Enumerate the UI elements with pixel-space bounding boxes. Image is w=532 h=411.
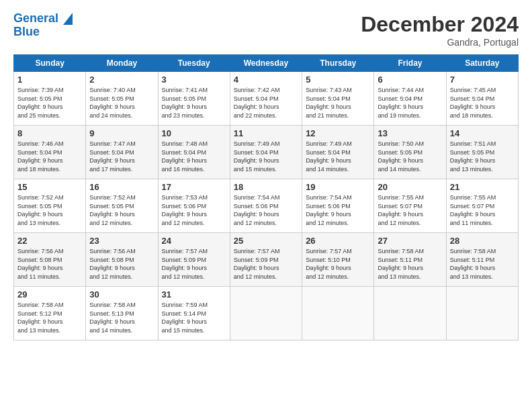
day-info: Sunrise: 7:58 AMSunset: 5:11 PMDaylight:… [378, 247, 442, 281]
day-cell-w5d4 [230, 287, 302, 340]
day-info: Sunrise: 7:49 AMSunset: 5:04 PMDaylight:… [306, 140, 370, 173]
day-info: Sunrise: 7:40 AMSunset: 5:05 PMDaylight:… [89, 86, 154, 120]
week-row-1: 1Sunrise: 7:39 AMSunset: 5:05 PMDaylight… [14, 72, 519, 126]
day-cell-w3d3: 17Sunrise: 7:53 AMSunset: 5:06 PMDayligh… [158, 179, 230, 233]
day-info: Sunrise: 7:53 AMSunset: 5:06 PMDaylight:… [162, 193, 226, 227]
day-cell-w1d7: 7Sunrise: 7:45 AMSunset: 5:04 PMDaylight… [446, 72, 518, 126]
day-number: 1 [17, 75, 82, 85]
day-info: Sunrise: 7:41 AMSunset: 5:05 PMDaylight:… [162, 86, 226, 120]
day-number: 20 [378, 182, 442, 192]
day-number: 26 [306, 236, 370, 246]
day-number: 21 [450, 182, 515, 192]
days-header-row: Sunday Monday Tuesday Wednesday Thursday… [14, 55, 519, 72]
day-info: Sunrise: 7:56 AMSunset: 5:08 PMDaylight:… [17, 247, 82, 281]
header-tuesday: Tuesday [158, 55, 230, 72]
day-number: 17 [162, 182, 226, 192]
day-cell-w4d3: 24Sunrise: 7:57 AMSunset: 5:09 PMDayligh… [158, 233, 230, 287]
header-saturday: Saturday [446, 55, 518, 72]
header-thursday: Thursday [302, 55, 374, 72]
day-number: 23 [89, 236, 154, 246]
day-info: Sunrise: 7:54 AMSunset: 5:06 PMDaylight:… [306, 193, 370, 227]
day-info: Sunrise: 7:58 AMSunset: 5:11 PMDaylight:… [450, 247, 515, 281]
day-info: Sunrise: 7:58 AMSunset: 5:13 PMDaylight:… [89, 301, 154, 334]
day-number: 10 [162, 128, 226, 138]
day-number: 30 [89, 289, 154, 300]
week-row-5: 29Sunrise: 7:58 AMSunset: 5:12 PMDayligh… [14, 287, 519, 340]
day-cell-w2d1: 8Sunrise: 7:46 AMSunset: 5:04 PMDaylight… [14, 126, 86, 179]
logo-text: General [13, 12, 73, 26]
logo: General Blue [13, 12, 73, 39]
day-info: Sunrise: 7:55 AMSunset: 5:07 PMDaylight:… [450, 193, 515, 227]
day-cell-w2d4: 11Sunrise: 7:49 AMSunset: 5:04 PMDayligh… [230, 126, 302, 179]
day-number: 31 [162, 289, 226, 300]
day-info: Sunrise: 7:46 AMSunset: 5:04 PMDaylight:… [17, 140, 82, 173]
day-cell-w4d6: 27Sunrise: 7:58 AMSunset: 5:11 PMDayligh… [374, 233, 446, 287]
day-number: 8 [17, 128, 82, 138]
day-info: Sunrise: 7:49 AMSunset: 5:04 PMDaylight:… [234, 140, 298, 173]
header-monday: Monday [86, 55, 158, 72]
day-cell-w2d7: 14Sunrise: 7:51 AMSunset: 5:05 PMDayligh… [446, 126, 518, 179]
calendar-table: Sunday Monday Tuesday Wednesday Thursday… [13, 54, 519, 340]
day-cell-w5d7 [446, 287, 518, 340]
day-cell-w3d7: 21Sunrise: 7:55 AMSunset: 5:07 PMDayligh… [446, 179, 518, 233]
day-info: Sunrise: 7:45 AMSunset: 5:04 PMDaylight:… [450, 86, 515, 120]
day-number: 22 [17, 236, 82, 246]
day-number: 19 [306, 182, 370, 192]
title-block: December 2024 Gandra, Portugal [361, 12, 519, 48]
day-cell-w3d4: 18Sunrise: 7:54 AMSunset: 5:06 PMDayligh… [230, 179, 302, 233]
day-info: Sunrise: 7:57 AMSunset: 5:09 PMDaylight:… [234, 247, 298, 281]
day-cell-w4d1: 22Sunrise: 7:56 AMSunset: 5:08 PMDayligh… [14, 233, 86, 287]
day-number: 5 [306, 75, 370, 85]
day-info: Sunrise: 7:59 AMSunset: 5:14 PMDaylight:… [162, 301, 226, 334]
day-number: 13 [378, 128, 442, 138]
day-number: 6 [378, 75, 442, 85]
day-cell-w5d3: 31Sunrise: 7:59 AMSunset: 5:14 PMDayligh… [158, 287, 230, 340]
day-cell-w1d5: 5Sunrise: 7:43 AMSunset: 5:04 PMDaylight… [302, 72, 374, 126]
logo-blue: Blue [13, 26, 73, 39]
header-friday: Friday [374, 55, 446, 72]
day-info: Sunrise: 7:56 AMSunset: 5:08 PMDaylight:… [89, 247, 154, 281]
day-cell-w3d6: 20Sunrise: 7:55 AMSunset: 5:07 PMDayligh… [374, 179, 446, 233]
day-cell-w5d2: 30Sunrise: 7:58 AMSunset: 5:13 PMDayligh… [86, 287, 158, 340]
day-cell-w4d7: 28Sunrise: 7:58 AMSunset: 5:11 PMDayligh… [446, 233, 518, 287]
day-cell-w3d1: 15Sunrise: 7:52 AMSunset: 5:05 PMDayligh… [14, 179, 86, 233]
day-cell-w2d3: 10Sunrise: 7:48 AMSunset: 5:04 PMDayligh… [158, 126, 230, 179]
day-cell-w1d3: 3Sunrise: 7:41 AMSunset: 5:05 PMDaylight… [158, 72, 230, 126]
day-number: 2 [89, 75, 154, 85]
day-cell-w2d2: 9Sunrise: 7:47 AMSunset: 5:04 PMDaylight… [86, 126, 158, 179]
day-number: 14 [450, 128, 515, 138]
month-title: December 2024 [361, 12, 519, 37]
day-cell-w1d1: 1Sunrise: 7:39 AMSunset: 5:05 PMDaylight… [14, 72, 86, 126]
day-info: Sunrise: 7:58 AMSunset: 5:12 PMDaylight:… [17, 301, 82, 334]
day-info: Sunrise: 7:57 AMSunset: 5:09 PMDaylight:… [162, 247, 226, 281]
day-number: 28 [450, 236, 515, 246]
day-info: Sunrise: 7:43 AMSunset: 5:04 PMDaylight:… [306, 86, 370, 120]
day-info: Sunrise: 7:44 AMSunset: 5:04 PMDaylight:… [378, 86, 442, 120]
day-cell-w5d5 [302, 287, 374, 340]
day-cell-w1d2: 2Sunrise: 7:40 AMSunset: 5:05 PMDaylight… [86, 72, 158, 126]
calendar-page: General Blue December 2024 Gandra, Portu… [0, 0, 532, 411]
day-cell-w5d6 [374, 287, 446, 340]
day-cell-w1d6: 6Sunrise: 7:44 AMSunset: 5:04 PMDaylight… [374, 72, 446, 126]
week-row-4: 22Sunrise: 7:56 AMSunset: 5:08 PMDayligh… [14, 233, 519, 287]
day-cell-w3d2: 16Sunrise: 7:52 AMSunset: 5:05 PMDayligh… [86, 179, 158, 233]
day-info: Sunrise: 7:52 AMSunset: 5:05 PMDaylight:… [89, 193, 154, 227]
day-info: Sunrise: 7:50 AMSunset: 5:05 PMDaylight:… [378, 140, 442, 173]
day-info: Sunrise: 7:48 AMSunset: 5:04 PMDaylight:… [162, 140, 226, 173]
day-info: Sunrise: 7:55 AMSunset: 5:07 PMDaylight:… [378, 193, 442, 227]
day-number: 4 [234, 75, 298, 85]
week-row-2: 8Sunrise: 7:46 AMSunset: 5:04 PMDaylight… [14, 126, 519, 179]
day-cell-w1d4: 4Sunrise: 7:42 AMSunset: 5:04 PMDaylight… [230, 72, 302, 126]
day-number: 11 [234, 128, 298, 138]
day-number: 9 [89, 128, 154, 138]
day-info: Sunrise: 7:54 AMSunset: 5:06 PMDaylight:… [234, 193, 298, 227]
day-number: 16 [89, 182, 154, 192]
header-sunday: Sunday [14, 55, 86, 72]
day-number: 3 [162, 75, 226, 85]
day-number: 25 [234, 236, 298, 246]
day-number: 24 [162, 236, 226, 246]
day-info: Sunrise: 7:42 AMSunset: 5:04 PMDaylight:… [234, 86, 298, 120]
day-cell-w4d5: 26Sunrise: 7:57 AMSunset: 5:10 PMDayligh… [302, 233, 374, 287]
day-number: 7 [450, 75, 515, 85]
day-info: Sunrise: 7:39 AMSunset: 5:05 PMDaylight:… [17, 86, 82, 120]
